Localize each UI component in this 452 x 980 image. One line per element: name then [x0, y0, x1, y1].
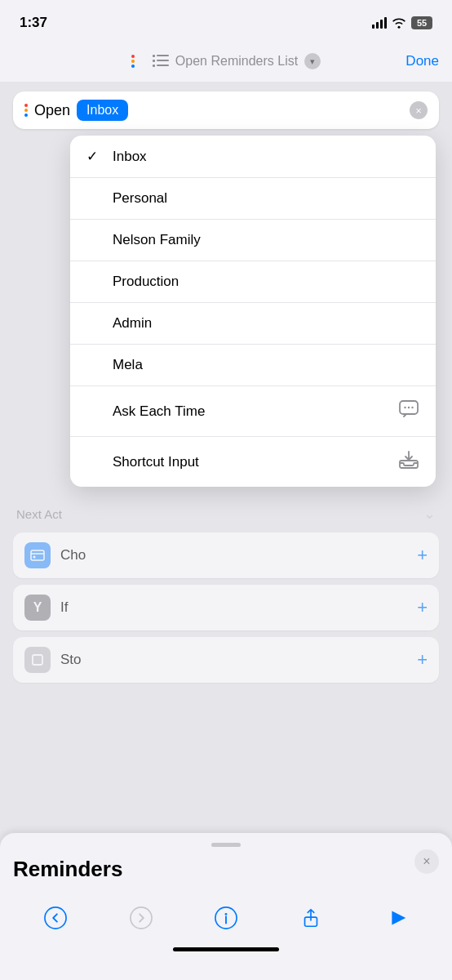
bottom-toolbar [13, 895, 439, 941]
cho-text: Cho [60, 547, 407, 564]
svg-rect-1 [157, 55, 169, 56]
sto-text: Sto [60, 652, 407, 668]
svg-point-13 [33, 556, 36, 559]
if-add-button[interactable]: + [417, 597, 428, 618]
status-bar: 1:37 55 [0, 0, 452, 41]
sto-add-button[interactable]: + [417, 649, 428, 670]
svg-rect-0 [153, 55, 155, 57]
done-button[interactable]: Done [405, 53, 439, 69]
nav-title-area: Open Reminders List ▾ [131, 53, 321, 69]
svg-point-7 [404, 407, 405, 408]
ask-each-time-label: Ask Each Time [113, 403, 205, 420]
if-text: If [60, 599, 407, 616]
nav-bar: Open Reminders List ▾ Done [0, 41, 452, 82]
svg-marker-21 [392, 911, 405, 925]
forward-button[interactable] [125, 902, 157, 934]
bg-list: Next Act ⌄ Cho + Y If + [13, 500, 439, 683]
svg-point-9 [411, 407, 413, 408]
list-item[interactable]: Y If + [13, 585, 439, 630]
dropdown-item-inbox[interactable]: Inbox [70, 136, 436, 178]
nelson-family-label: Nelson Family [113, 232, 201, 248]
cho-icon [24, 542, 51, 568]
dropdown-item-admin[interactable]: Admin [70, 303, 436, 345]
sheet-close-button[interactable]: × [414, 849, 439, 874]
open-bar: Open Inbox × [13, 91, 439, 129]
dropdown-item-shortcut-input[interactable]: Shortcut Input [70, 437, 436, 487]
svg-rect-11 [31, 550, 44, 560]
open-badge[interactable]: Inbox [77, 100, 128, 121]
dropdown-item-nelson-family[interactable]: Nelson Family [70, 220, 436, 261]
play-button[interactable] [380, 902, 413, 934]
svg-rect-14 [33, 655, 42, 665]
open-label: Open [34, 102, 70, 119]
svg-rect-3 [157, 60, 169, 61]
shortcut-input-label: Shortcut Input [113, 454, 199, 470]
svg-point-15 [45, 907, 66, 929]
open-bar-dots-icon [24, 104, 28, 117]
bottom-sheet: Reminders × [0, 833, 452, 980]
dropdown-menu: Inbox Personal Nelson Family Production … [70, 136, 436, 487]
mela-label: Mela [113, 357, 143, 373]
section-title: Next Act [16, 507, 62, 521]
clear-button[interactable]: × [410, 101, 428, 119]
dropdown-item-production[interactable]: Production [70, 261, 436, 303]
section-header: Next Act ⌄ [13, 500, 439, 528]
signal-bars-icon [372, 17, 387, 29]
back-button[interactable] [39, 902, 72, 934]
shortcut-input-icon [398, 449, 419, 474]
dropdown-item-mela[interactable]: Mela [70, 345, 436, 386]
svg-point-18 [225, 913, 228, 915]
svg-rect-4 [153, 65, 155, 67]
svg-rect-5 [157, 65, 169, 66]
battery-level: 55 [411, 16, 432, 29]
list-item[interactable]: Cho + [13, 532, 439, 578]
personal-label: Personal [113, 190, 167, 207]
info-button[interactable] [210, 902, 242, 934]
wifi-icon [392, 17, 406, 29]
home-indicator [173, 947, 279, 951]
dropdown-item-personal[interactable]: Personal [70, 178, 436, 220]
list-item[interactable]: Sto + [13, 637, 439, 683]
nav-title: Open Reminders List [175, 54, 298, 69]
inbox-label: Inbox [113, 149, 147, 165]
status-icons: 55 [372, 16, 432, 29]
list-icon [153, 54, 169, 69]
ask-each-time-icon [398, 399, 419, 424]
if-icon: Y [24, 595, 51, 621]
share-button[interactable] [295, 902, 327, 934]
svg-rect-2 [153, 60, 155, 62]
cho-add-button[interactable]: + [417, 545, 428, 566]
production-label: Production [113, 274, 179, 290]
section-chevron-icon[interactable]: ⌄ [423, 505, 436, 523]
nav-chevron-icon[interactable]: ▾ [304, 53, 321, 69]
sheet-title: Reminders [13, 857, 439, 882]
sto-icon [24, 647, 51, 673]
status-time: 1:37 [20, 15, 47, 31]
svg-point-8 [408, 407, 410, 408]
main-content: Open Inbox × Inbox Personal Nelson Famil… [0, 82, 452, 833]
admin-label: Admin [113, 315, 152, 332]
sheet-handle [211, 843, 241, 847]
dropdown-item-ask-each-time[interactable]: Ask Each Time [70, 386, 436, 437]
reminders-dots-icon [131, 55, 146, 68]
svg-point-16 [131, 907, 152, 929]
svg-rect-10 [400, 461, 418, 468]
